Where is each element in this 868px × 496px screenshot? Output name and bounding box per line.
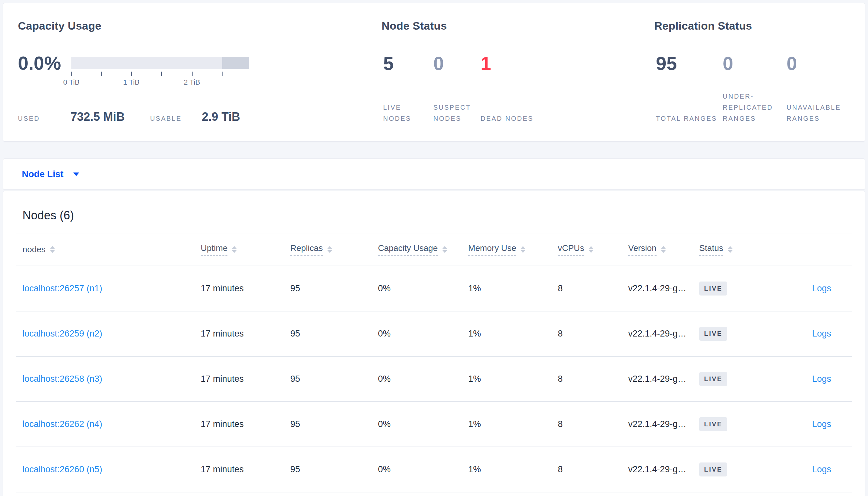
- cluster-summary-card: Capacity Usage 0.0% 0 TiB 1 TiB: [3, 3, 865, 142]
- table-row: localhost:26257 (n1) 17 minutes 95 0% 1%…: [16, 266, 852, 311]
- node-cell: localhost:26257 (n1): [16, 266, 194, 311]
- capacity-cell: 0%: [372, 447, 462, 492]
- view-selector-label[interactable]: Node List: [22, 169, 63, 179]
- caret-down-icon: [73, 172, 79, 176]
- vcpus-cell: 8: [551, 356, 622, 402]
- capacity-cell: 0%: [372, 266, 462, 311]
- node-cell: localhost:26259 (n2): [16, 311, 194, 356]
- status-badge: LIVE: [699, 327, 727, 341]
- total-ranges-value: 95: [656, 54, 721, 74]
- replication-status-title: Replication Status: [654, 19, 865, 32]
- replicas-cell: 95: [284, 356, 372, 402]
- version-cell: v22.1.4-29-g…: [622, 266, 693, 311]
- column-header-replicas[interactable]: Replicas: [284, 233, 372, 266]
- logs-cell: Logs: [753, 447, 852, 492]
- dead-nodes-stat: 1 DEAD NODES: [479, 54, 551, 124]
- node-cell: localhost:26262 (n4): [16, 402, 194, 447]
- unavailable-ranges-value: 0: [787, 54, 862, 74]
- live-nodes-stat: 5 LIVE NODES: [381, 54, 432, 124]
- column-header-status[interactable]: Status: [693, 233, 753, 266]
- nodes-table-card: Nodes (6) nodes Uptime Replicas: [3, 191, 865, 496]
- memory-cell: 1%: [462, 266, 551, 311]
- table-row: localhost:26262 (n4) 17 minutes 95 0% 1%…: [16, 402, 852, 447]
- uptime-cell: 17 minutes: [194, 447, 284, 492]
- memory-cell: 1%: [462, 356, 551, 402]
- column-header-uptime[interactable]: Uptime: [194, 233, 284, 266]
- version-cell: v22.1.4-29-g…: [622, 356, 693, 402]
- total-ranges-label: TOTAL RANGES: [656, 113, 721, 124]
- replicas-cell: 95: [284, 447, 372, 492]
- usable-label: USABLE: [150, 115, 182, 122]
- logs-link[interactable]: Logs: [812, 464, 831, 474]
- sort-icon[interactable]: [728, 246, 732, 253]
- under-replicated-ranges-stat: 0 UNDER-REPLICATED RANGES: [721, 54, 785, 124]
- sort-icon[interactable]: [521, 246, 525, 253]
- table-row: localhost:26260 (n5) 17 minutes 95 0% 1%…: [16, 447, 852, 492]
- sort-icon[interactable]: [327, 246, 332, 253]
- column-header-memory-use[interactable]: Memory Use: [462, 233, 551, 266]
- axis-label-1tib: 1 TiB: [123, 78, 139, 87]
- used-value: 732.5 MiB: [71, 110, 125, 124]
- capacity-usage-title: Capacity Usage: [18, 19, 381, 32]
- capacity-axis-labels: 0 TiB 1 TiB 2 TiB: [71, 78, 249, 87]
- node-link[interactable]: localhost:26258 (n3): [23, 374, 102, 384]
- capacity-bar-track: [71, 57, 249, 69]
- suspect-nodes-value: 0: [433, 54, 479, 74]
- axis-label-0tib: 0 TiB: [63, 78, 79, 87]
- capacity-gauge: 0.0% 0 TiB 1 TiB 2 TiB: [18, 54, 381, 87]
- sort-icon[interactable]: [232, 246, 237, 253]
- capacity-bar: 0 TiB 1 TiB 2 TiB: [71, 57, 249, 87]
- replicas-cell: 95: [284, 266, 372, 311]
- column-header-capacity-usage[interactable]: Capacity Usage: [372, 233, 462, 266]
- status-badge: LIVE: [699, 417, 727, 431]
- column-header-vcpus[interactable]: vCPUs: [551, 233, 622, 266]
- suspect-nodes-label: SUSPECT NODES: [433, 102, 479, 124]
- column-header-nodes[interactable]: nodes: [16, 233, 194, 266]
- table-header-row: nodes Uptime Replicas Capacity Usage Mem…: [16, 233, 852, 266]
- total-ranges-stat: 95 TOTAL RANGES: [654, 54, 721, 124]
- vcpus-cell: 8: [551, 266, 622, 311]
- status-cell: LIVE: [693, 402, 753, 447]
- logs-link[interactable]: Logs: [812, 419, 831, 429]
- replication-status-section: Replication Status 95 TOTAL RANGES 0 UND…: [654, 19, 865, 141]
- node-link[interactable]: localhost:26260 (n5): [23, 464, 102, 474]
- logs-link[interactable]: Logs: [812, 329, 831, 339]
- usable-value: 2.9 TiB: [202, 110, 240, 124]
- replicas-cell: 95: [284, 311, 372, 356]
- node-link[interactable]: localhost:26257 (n1): [23, 283, 102, 293]
- status-badge: LIVE: [699, 372, 727, 386]
- column-header-version[interactable]: Version: [622, 233, 693, 266]
- live-nodes-label: LIVE NODES: [383, 102, 432, 124]
- status-cell: LIVE: [693, 447, 753, 492]
- logs-cell: Logs: [753, 356, 852, 402]
- nodes-table-body: localhost:26257 (n1) 17 minutes 95 0% 1%…: [16, 266, 852, 492]
- node-status-section: Node Status 5 LIVE NODES 0 SUSPECT NODES…: [381, 19, 654, 141]
- uptime-cell: 17 minutes: [194, 311, 284, 356]
- vcpus-cell: 8: [551, 447, 622, 492]
- under-replicated-ranges-label: UNDER-REPLICATED RANGES: [723, 91, 785, 124]
- unavailable-ranges-stat: 0 UNAVAILABLE RANGES: [785, 54, 862, 124]
- under-replicated-ranges-value: 0: [723, 54, 785, 74]
- logs-link[interactable]: Logs: [812, 283, 831, 293]
- capacity-axis-ticks: [71, 72, 249, 76]
- node-link[interactable]: localhost:26259 (n2): [23, 329, 102, 339]
- node-link[interactable]: localhost:26262 (n4): [23, 419, 102, 429]
- version-cell: v22.1.4-29-g…: [622, 311, 693, 356]
- used-label: USED: [18, 115, 40, 122]
- sort-icon[interactable]: [443, 246, 447, 253]
- logs-link[interactable]: Logs: [812, 374, 831, 384]
- sort-icon[interactable]: [589, 246, 593, 253]
- view-selector-dropdown[interactable]: Node List: [3, 158, 865, 190]
- capacity-cell: 0%: [372, 356, 462, 402]
- memory-cell: 1%: [462, 447, 551, 492]
- unavailable-ranges-label: UNAVAILABLE RANGES: [787, 102, 862, 124]
- table-row: localhost:26259 (n2) 17 minutes 95 0% 1%…: [16, 311, 852, 356]
- memory-cell: 1%: [462, 311, 551, 356]
- capacity-used-usable: USED 732.5 MiB USABLE 2.9 TiB: [18, 110, 381, 124]
- sort-icon[interactable]: [50, 246, 55, 253]
- capacity-bar-used-segment: [222, 57, 249, 69]
- status-badge: LIVE: [699, 281, 727, 295]
- sort-icon[interactable]: [661, 246, 666, 253]
- replicas-cell: 95: [284, 402, 372, 447]
- axis-label-2tib: 2 TiB: [184, 78, 200, 87]
